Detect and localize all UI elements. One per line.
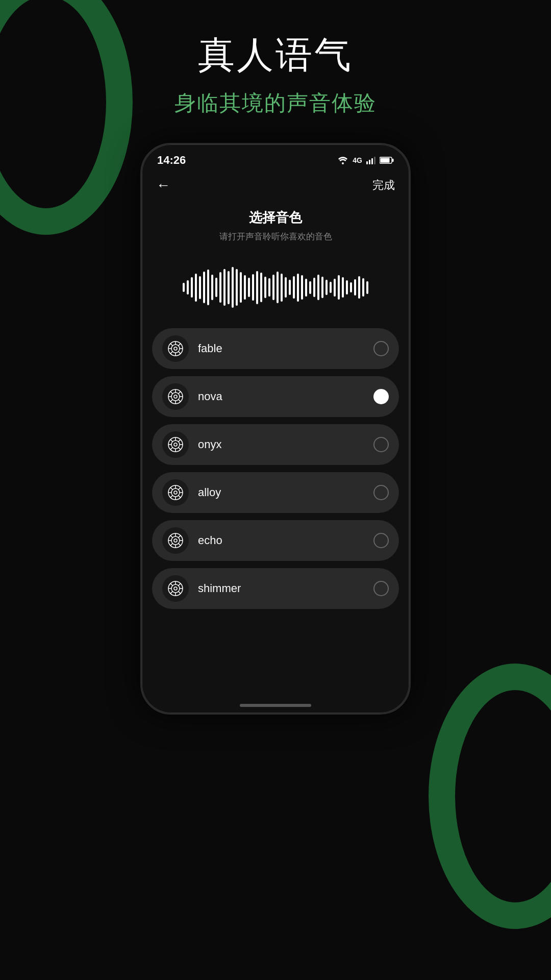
waveform-bar — [195, 274, 197, 302]
waveform-bar — [244, 275, 246, 300]
svg-line-15 — [170, 344, 172, 346]
waveform — [183, 267, 368, 308]
top-nav: ← 完成 — [142, 172, 409, 204]
waveform-bar — [309, 281, 311, 294]
waveform-bar — [219, 272, 221, 303]
status-time: 14:26 — [157, 154, 186, 167]
svg-line-62 — [170, 544, 172, 546]
svg-rect-4 — [374, 157, 375, 164]
svg-point-10 — [174, 347, 177, 350]
header-subtitle: 身临其境的声音体验 — [0, 89, 551, 117]
waveform-bar — [330, 282, 332, 293]
phone-frame: 14:26 4G ← — [140, 143, 411, 715]
voice-item-echo[interactable]: echo — [152, 520, 399, 561]
waveform-bar — [297, 274, 299, 302]
voice-label-onyx: onyx — [198, 438, 373, 451]
waveform-bar — [183, 283, 185, 292]
radio-shimmer[interactable] — [373, 581, 389, 596]
status-icons: 4G — [337, 156, 394, 164]
svg-line-60 — [179, 544, 181, 546]
svg-point-32 — [174, 443, 177, 446]
screen-title-sub: 请打开声音聆听你喜欢的音色 — [142, 231, 409, 242]
waveform-bar — [289, 280, 291, 295]
svg-rect-6 — [381, 158, 390, 163]
done-button[interactable]: 完成 — [372, 178, 395, 193]
waveform-bar — [223, 269, 226, 306]
waveform-bar — [321, 277, 323, 298]
home-indicator — [240, 704, 311, 707]
svg-line-72 — [179, 583, 181, 585]
radio-echo[interactable] — [373, 533, 389, 548]
voice-icon-echo — [162, 527, 189, 554]
radio-nova[interactable] — [373, 389, 389, 404]
voice-item-alloy[interactable]: alloy — [152, 472, 399, 513]
voice-item-shimmer[interactable]: shimmer — [152, 568, 399, 609]
waveform-bar — [277, 272, 279, 303]
waveform-bar — [354, 279, 356, 296]
status-bar: 14:26 4G — [142, 144, 409, 172]
waveform-bar — [215, 278, 217, 297]
svg-line-71 — [179, 592, 181, 594]
radio-fable[interactable] — [373, 341, 389, 356]
waveform-bar — [334, 279, 336, 297]
voice-icon-onyx — [162, 431, 189, 458]
radio-alloy[interactable] — [373, 485, 389, 500]
voice-item-onyx[interactable]: onyx — [152, 424, 399, 465]
svg-line-29 — [170, 400, 172, 402]
svg-point-21 — [174, 395, 177, 398]
waveform-container — [142, 257, 409, 318]
waveform-bar — [305, 279, 307, 297]
svg-rect-1 — [366, 161, 368, 164]
svg-line-26 — [170, 391, 172, 394]
svg-line-28 — [179, 391, 181, 394]
svg-rect-3 — [371, 158, 373, 164]
waveform-bar — [346, 280, 348, 295]
waveform-bar — [317, 275, 319, 300]
svg-line-49 — [179, 496, 181, 498]
back-button[interactable]: ← — [156, 177, 170, 193]
svg-line-70 — [170, 583, 172, 585]
svg-point-43 — [174, 491, 177, 494]
signal-label: 4G — [353, 156, 362, 164]
waveform-bar — [268, 278, 270, 297]
radio-onyx[interactable] — [373, 437, 389, 452]
waveform-bar — [248, 278, 250, 297]
waveform-bar — [260, 273, 262, 302]
waveform-bar — [366, 281, 368, 294]
voice-icon-nova — [162, 383, 189, 410]
waveform-bar — [293, 276, 295, 299]
waveform-bar — [236, 269, 238, 306]
svg-line-73 — [170, 592, 172, 594]
signal-icon — [366, 156, 375, 164]
svg-line-50 — [179, 487, 181, 489]
voice-label-shimmer: shimmer — [198, 582, 373, 595]
waveform-bar — [342, 277, 344, 298]
svg-line-16 — [179, 352, 181, 354]
waveform-bar — [199, 276, 201, 299]
decorative-arc-bottom — [429, 664, 551, 929]
battery-icon — [380, 157, 394, 164]
waveform-bar — [350, 282, 352, 292]
svg-point-0 — [342, 162, 344, 164]
waveform-bar — [187, 280, 189, 295]
svg-line-59 — [170, 535, 172, 537]
waveform-bar — [203, 272, 205, 303]
svg-line-48 — [170, 487, 172, 489]
header-title: 真人语气 — [0, 31, 551, 80]
voice-label-fable: fable — [198, 342, 373, 355]
waveform-bar — [313, 278, 315, 297]
voice-icon-shimmer — [162, 575, 189, 602]
waveform-bar — [281, 274, 283, 302]
svg-rect-2 — [369, 160, 370, 164]
waveform-bar — [240, 272, 242, 303]
waveform-bar — [285, 277, 287, 298]
voice-list: fable nova onyx — [142, 328, 409, 609]
voice-item-nova[interactable]: nova — [152, 376, 399, 417]
screen-title-section: 选择音色 请打开声音聆听你喜欢的音色 — [142, 204, 409, 247]
voice-item-fable[interactable]: fable — [152, 328, 399, 369]
waveform-bar — [325, 280, 328, 295]
svg-line-17 — [179, 344, 181, 346]
svg-line-27 — [179, 400, 181, 402]
waveform-bar — [252, 274, 254, 301]
voice-label-nova: nova — [198, 390, 373, 403]
